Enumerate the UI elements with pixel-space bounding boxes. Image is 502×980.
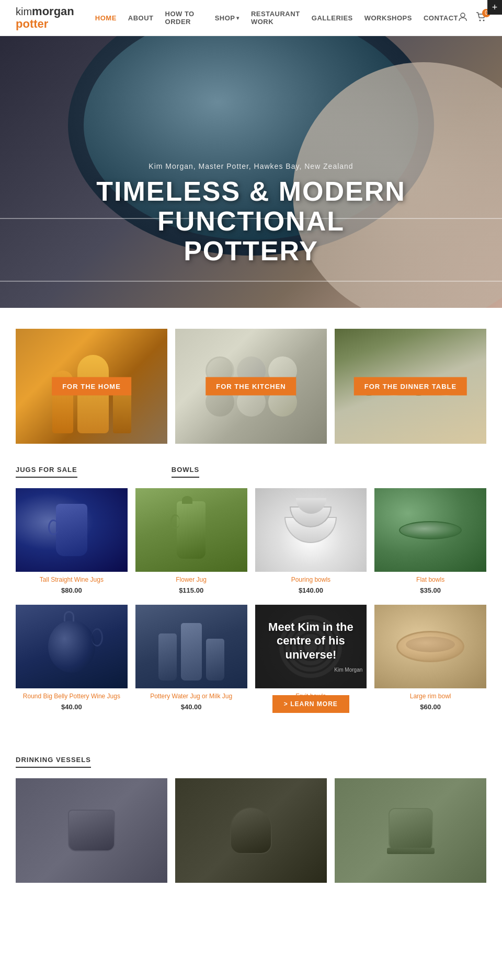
nav-about[interactable]: ABOUT — [128, 14, 154, 22]
product-jug-2-name: Flower Jug — [135, 576, 247, 584]
product-bowl-large-rim-image — [374, 605, 486, 688]
main-nav: HOME ABOUT HOW TO ORDER SHOP ▾ RESTAURAN… — [95, 10, 458, 26]
product-jug-1-name: Tall Straight Wine Jugs — [16, 576, 128, 584]
category-grid: FOR THE HOME FOR THE — [16, 329, 486, 444]
product-jug-2-image — [135, 488, 247, 572]
drinking-item-1[interactable] — [16, 778, 167, 883]
bowls-section-title: BOWLS — [172, 465, 199, 478]
header-icons: 0 — [458, 12, 486, 24]
learn-more-button[interactable]: > LEARN MORE — [272, 695, 349, 713]
products-section: JUGS FOR SALE BOWLS — [0, 465, 502, 739]
product-jug-3-image — [16, 605, 128, 688]
product-jug-1-price: $80.00 — [16, 586, 128, 594]
product-jug-1-image — [16, 488, 128, 572]
learn-more-author: Kim Morgan — [334, 667, 362, 673]
product-jug-2[interactable]: Flower Jug $115.00 — [135, 488, 247, 594]
chevron-down-icon: ▾ — [236, 15, 239, 21]
learn-more-text: Meet Kim in the centre of his universe! — [255, 620, 367, 662]
category-section: FOR THE HOME FOR THE — [0, 308, 502, 465]
site-logo[interactable]: kimmorgan potter — [16, 5, 74, 30]
products-row-1: Tall Straight Wine Jugs $80.00 F — [16, 488, 486, 594]
product-bowl-2-price: $35.00 — [374, 586, 486, 594]
product-bowl-2-name: Flat bowls — [374, 576, 486, 584]
product-jug-4-image — [135, 605, 247, 688]
svg-point-1 — [480, 19, 481, 21]
plus-icon: + — [492, 2, 498, 13]
product-jug-4-price: $40.00 — [135, 703, 247, 711]
nav-workshops[interactable]: WORKSHOPS — [364, 14, 412, 22]
nav-shop[interactable]: SHOP ▾ — [215, 14, 239, 22]
hero-subtitle: Kim Morgan, Master Potter, Hawkes Bay, N… — [0, 162, 502, 170]
product-jug-1[interactable]: Tall Straight Wine Jugs $80.00 — [16, 488, 128, 594]
product-bowl-1-price: $140.00 — [255, 586, 367, 594]
section-headers: JUGS FOR SALE BOWLS — [16, 465, 486, 478]
product-bowl-2-image — [374, 488, 486, 572]
hero-banner: Kim Morgan, Master Potter, Hawkes Bay, N… — [0, 36, 502, 308]
jugs-section-title: JUGS FOR SALE — [16, 465, 77, 478]
product-jug-3[interactable]: Round Big Belly Pottery Wine Jugs $40.00 — [16, 605, 128, 718]
drinking-section-title: DRINKING VESSELS — [16, 755, 486, 768]
nav-how-to-order[interactable]: HOW TO ORDER — [165, 10, 203, 26]
category-home[interactable]: FOR THE HOME — [16, 329, 167, 444]
drinking-item-2[interactable] — [175, 778, 327, 883]
nav-restaurant-work[interactable]: RESTAURANT WORK — [251, 10, 300, 26]
logo-morgan: morgan — [32, 5, 74, 18]
hero-text: Kim Morgan, Master Potter, Hawkes Bay, N… — [0, 162, 502, 267]
category-kitchen-label: FOR THE KITCHEN — [206, 377, 296, 396]
learn-more-overlay: Meet Kim in the centre of his universe! … — [255, 605, 367, 688]
drinking-grid — [16, 778, 486, 883]
logo-potter: potter — [16, 18, 74, 30]
logo-kim: kim — [16, 6, 32, 17]
expand-button[interactable]: + — [487, 0, 502, 15]
product-fruit-bowls-container: Meet Kim in the centre of his universe! … — [255, 605, 367, 718]
cart-button[interactable]: 0 — [476, 12, 486, 24]
product-bowl-1-image — [255, 488, 367, 572]
account-button[interactable] — [458, 12, 467, 24]
category-kitchen[interactable]: FOR THE KITCHEN — [175, 329, 327, 444]
category-dinner-label: FOR THE DINNER TABLE — [354, 377, 467, 396]
product-bowl-1-name: Pouring bowls — [255, 576, 367, 584]
drinking-item-3[interactable] — [335, 778, 486, 883]
nav-home[interactable]: HOME — [95, 14, 117, 22]
product-bowl-large-rim-name: Large rim bowl — [374, 693, 486, 701]
product-jug-3-name: Round Big Belly Pottery Wine Jugs — [16, 693, 128, 701]
svg-point-2 — [483, 19, 485, 21]
product-jug-4-name: Pottery Water Jug or Milk Jug — [135, 693, 247, 701]
hero-title: TIMELESS & MODERN FUNCTIONAL POTTERY — [0, 177, 502, 267]
product-bowl-1[interactable]: Pouring bowls $140.00 — [255, 488, 367, 594]
user-icon — [458, 12, 467, 21]
product-jug-4[interactable]: Pottery Water Jug or Milk Jug $40.00 — [135, 605, 247, 718]
product-bowl-fruit-image: Meet Kim in the centre of his universe! … — [255, 605, 367, 688]
svg-point-0 — [461, 13, 465, 17]
category-home-label: FOR THE HOME — [52, 377, 131, 396]
products-row-2: Round Big Belly Pottery Wine Jugs $40.00… — [16, 605, 486, 718]
nav-galleries[interactable]: GALLERIES — [312, 14, 353, 22]
product-bowl-large-rim-price: $60.00 — [374, 703, 486, 711]
product-bowl-large-rim[interactable]: Large rim bowl $60.00 — [374, 605, 486, 718]
hero-divider-bottom — [0, 281, 502, 282]
product-bowl-2[interactable]: Flat bowls $35.00 — [374, 488, 486, 594]
product-jug-3-price: $40.00 — [16, 703, 128, 711]
nav-contact[interactable]: CONTACT — [424, 14, 458, 22]
drinking-vessels-section: DRINKING VESSELS — [0, 739, 502, 883]
category-dinner[interactable]: FOR THE DINNER TABLE — [335, 329, 486, 444]
product-jug-2-price: $115.00 — [135, 586, 247, 594]
